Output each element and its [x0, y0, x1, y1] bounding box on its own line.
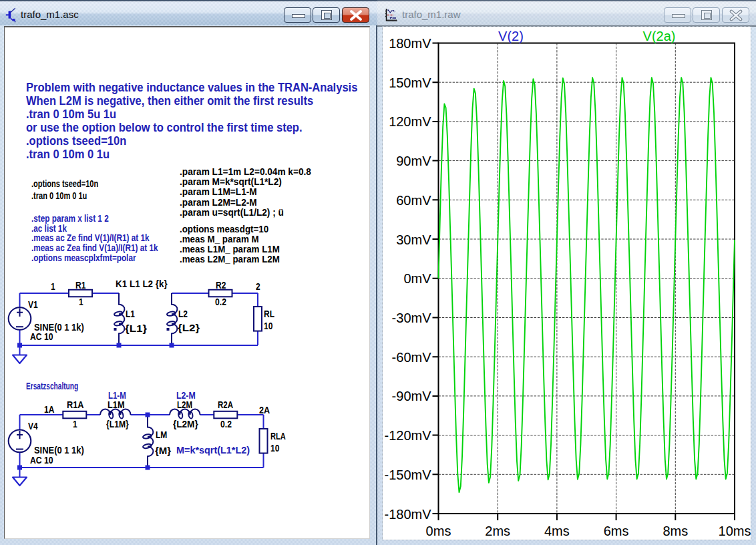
svg-text:-90mV: -90mV: [392, 389, 432, 403]
svg-text:180mV: 180mV: [389, 36, 431, 51]
svg-text:-120mV: -120mV: [384, 428, 431, 443]
svg-text:90mV: 90mV: [396, 154, 431, 168]
svg-text:150mV: 150mV: [389, 75, 431, 90]
svg-text:60mV: 60mV: [396, 193, 431, 208]
svg-text:-30mV: -30mV: [392, 311, 432, 325]
svg-text:10ms: 10ms: [719, 524, 751, 538]
svg-text:30mV: 30mV: [396, 232, 431, 247]
svg-text:6ms: 6ms: [604, 524, 629, 538]
svg-text:120mV: 120mV: [389, 114, 431, 129]
svg-text:-60mV: -60mV: [392, 350, 432, 365]
svg-text:0mV: 0mV: [403, 271, 431, 286]
svg-text:4ms: 4ms: [544, 524, 570, 538]
svg-text:-180mV: -180mV: [384, 507, 431, 522]
svg-text:-150mV: -150mV: [384, 468, 431, 482]
svg-text:0ms: 0ms: [426, 524, 451, 538]
svg-text:V(2): V(2): [498, 29, 524, 43]
svg-text:2ms: 2ms: [485, 524, 510, 538]
svg-text:8ms: 8ms: [663, 524, 688, 538]
svg-text:V(2a): V(2a): [643, 29, 676, 43]
